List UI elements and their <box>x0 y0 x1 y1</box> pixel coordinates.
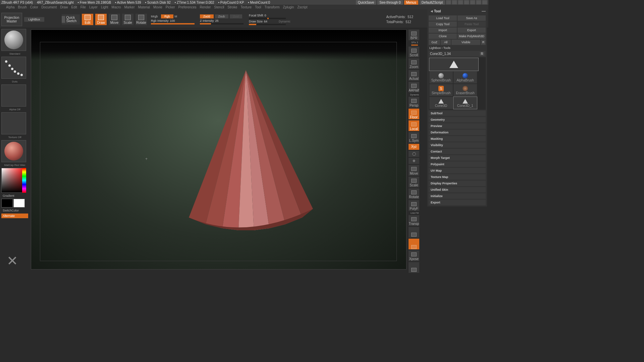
section-deformation[interactable]: Deformation <box>429 130 486 135</box>
goz-all-button[interactable]: All <box>441 40 451 45</box>
paste-tool-button[interactable]: Paste Tool <box>458 21 486 27</box>
focal-shift-slider[interactable] <box>249 18 286 19</box>
tool-r-button[interactable]: R <box>480 52 484 56</box>
bpr-button[interactable]: BPR <box>409 29 419 40</box>
clone-button[interactable]: Clone <box>429 34 457 39</box>
menu-item[interactable]: Stencil <box>214 5 224 9</box>
scale-mode-button[interactable]: Scale <box>122 14 133 25</box>
hue-strip[interactable] <box>22 168 26 193</box>
local-button[interactable]: Local <box>409 120 419 131</box>
tool-thumb[interactable]: Cone3D_1 <box>453 97 477 109</box>
layout-icon[interactable] <box>446 0 451 4</box>
switchcolor-button[interactable]: SwitchColor <box>1 208 28 213</box>
move-view-button[interactable]: Scale <box>409 177 419 187</box>
lightbox-button[interactable]: LightBox <box>24 17 44 22</box>
m-button[interactable]: M <box>175 15 179 18</box>
secondary-color[interactable] <box>1 199 13 207</box>
zsub-button[interactable]: Zsub <box>215 14 228 18</box>
menu-item[interactable]: Layer <box>89 5 98 9</box>
section-texturemap[interactable]: Texture Map <box>429 174 486 180</box>
alternate-button[interactable]: Alternate <box>1 214 28 218</box>
transp-button[interactable] <box>409 227 419 238</box>
goz-button[interactable]: GoZ <box>429 40 440 45</box>
rotate-mode-button[interactable]: Rotate <box>136 14 147 25</box>
brush-selector[interactable] <box>1 29 26 51</box>
primary-color[interactable] <box>13 199 25 207</box>
menu-item[interactable]: Texture <box>240 5 252 9</box>
section-polypaint[interactable]: Polypaint <box>429 162 486 167</box>
layout-icon[interactable] <box>452 0 457 4</box>
menu-item[interactable]: Stroke <box>227 5 237 9</box>
z-intensity-slider[interactable] <box>200 23 244 24</box>
color-picker[interactable] <box>1 168 26 193</box>
texture-selector[interactable] <box>1 112 26 134</box>
center-button[interactable]: ⊕ <box>409 158 419 164</box>
section-unifiedskin[interactable]: Unified Skin <box>429 187 486 192</box>
menu-item[interactable]: Render <box>200 5 211 9</box>
menu-item[interactable]: Tool <box>255 5 261 9</box>
tool-thumb[interactable]: EraserBrush <box>453 84 477 96</box>
goz-r-button[interactable]: R <box>481 40 486 45</box>
minimize-panel-icon[interactable]: — <box>482 9 486 13</box>
section-subtool[interactable]: SubTool <box>429 111 486 116</box>
rotate-view-button[interactable]: PolyF <box>409 200 419 211</box>
tool-thumb-active[interactable] <box>429 58 478 71</box>
section-geometry[interactable]: Geometry <box>429 117 486 122</box>
tool-thumb[interactable]: SSimpleBrush <box>429 84 453 96</box>
actual-button[interactable]: Actual <box>409 70 419 81</box>
zadd-button[interactable]: Zadd <box>200 14 214 18</box>
spix-label[interactable]: SPix 3 <box>409 41 421 44</box>
section-displayprops[interactable]: Display Properties <box>429 181 486 186</box>
xyz-button[interactable]: Xyz <box>409 144 419 150</box>
tool-thumb[interactable]: Cone3D <box>429 97 453 109</box>
persp-button[interactable]: Persp <box>409 97 419 108</box>
projection-master-button[interactable]: Projection Master <box>1 13 22 26</box>
copy-tool-button[interactable]: Copy Tool <box>429 21 457 27</box>
zcut-button[interactable]: Zcut <box>230 14 243 18</box>
polyf-button[interactable]: Transp <box>409 215 419 226</box>
lightbox-tools-label[interactable]: Lightbox › Tools <box>429 46 486 50</box>
menu-item[interactable]: Material <box>138 5 150 9</box>
aahalf-button[interactable]: AAHalf <box>409 82 419 93</box>
mrgb-button[interactable]: Mrgb <box>151 15 160 18</box>
quicksketch-button[interactable]: Quick Sketch <box>62 14 80 24</box>
section-morphtarget[interactable]: Morph Target <box>429 155 486 161</box>
menu-item[interactable]: Preferences <box>178 5 197 9</box>
stroke-selector[interactable] <box>1 57 26 79</box>
menu-item[interactable]: Edit <box>71 5 77 9</box>
quicksave-button[interactable]: QuickSave <box>356 0 376 5</box>
rgb-intensity-slider[interactable] <box>151 23 195 24</box>
menus-toggle[interactable]: Menus <box>404 0 418 5</box>
save-as-button[interactable]: Save As <box>458 15 486 21</box>
rgb-button[interactable]: Rgb <box>161 14 173 18</box>
menu-item[interactable]: Zscript <box>297 5 307 9</box>
menu-item[interactable]: Brush <box>18 5 27 9</box>
dynamic-label[interactable]: Dynamic <box>279 20 290 23</box>
zoom-button[interactable]: Zoom <box>409 58 419 69</box>
draw-mode-button[interactable]: Draw <box>95 14 107 25</box>
import-button[interactable]: Import <box>429 27 457 33</box>
menu-item[interactable]: File <box>80 5 86 9</box>
section-export[interactable]: Export <box>429 200 486 205</box>
make-polymesh-button[interactable]: Make PolyMesh3D <box>458 34 486 39</box>
current-tool-name[interactable]: Cone3D_1.34 <box>430 52 451 56</box>
gradient-toggle[interactable]: Gradient <box>1 193 28 198</box>
menu-item[interactable]: Marker <box>124 5 135 9</box>
xpose-button[interactable] <box>409 262 419 273</box>
export-button[interactable]: Export <box>458 27 486 33</box>
section-initialize[interactable]: Initialize <box>429 193 486 199</box>
menu-item[interactable]: Movie <box>153 5 162 9</box>
menu-item[interactable]: Macro <box>112 5 121 9</box>
menu-item[interactable]: Light <box>101 5 108 9</box>
layout-icon[interactable] <box>464 0 469 4</box>
lsym-button[interactable]: L.Sym <box>409 132 419 143</box>
draw-size-slider[interactable] <box>249 24 286 25</box>
spix-slider[interactable] <box>411 45 418 46</box>
menu-item[interactable]: Color <box>30 5 38 9</box>
section-masking[interactable]: Masking <box>429 136 486 141</box>
minimize-button[interactable] <box>470 0 475 4</box>
default-zscript[interactable]: DefaultZScript <box>420 0 445 5</box>
layout-icon[interactable] <box>458 0 463 4</box>
seethrough-slider[interactable]: See-through 0 <box>377 0 402 5</box>
menu-item[interactable]: Picker <box>166 5 175 9</box>
